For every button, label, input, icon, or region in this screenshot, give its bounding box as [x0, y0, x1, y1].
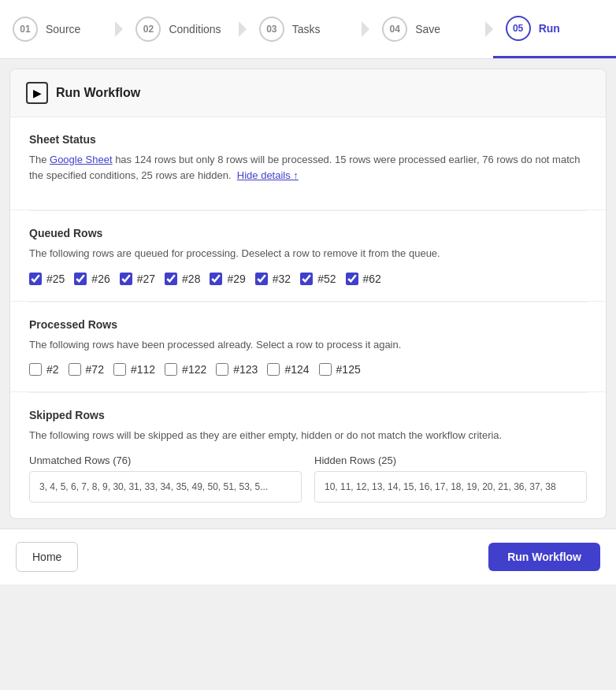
skipped-rows-description: The following rows will be skipped as th…	[29, 428, 587, 443]
queued-row-52[interactable]: #52	[300, 273, 336, 285]
processed-rows-title: Processed Rows	[29, 318, 587, 331]
step-save[interactable]: 04 Save	[369, 0, 492, 58]
step-source[interactable]: 01 Source	[0, 0, 123, 58]
panel-header: ▶ Run Workflow	[10, 69, 606, 117]
step-label-tasks: Tasks	[292, 23, 321, 35]
step-label-save: Save	[415, 23, 440, 35]
queued-row-27[interactable]: #27	[120, 273, 155, 285]
step-run[interactable]: 05 Run	[493, 0, 616, 58]
step-number-source: 01	[13, 17, 38, 42]
processed-checkbox-2[interactable]	[29, 363, 42, 376]
processed-row-122[interactable]: #122	[165, 363, 206, 376]
run-workflow-icon: ▶	[26, 82, 48, 104]
queued-checkbox-52[interactable]	[300, 273, 313, 285]
step-number-save: 04	[382, 17, 407, 42]
processed-checkbox-72[interactable]	[69, 363, 81, 376]
queued-row-26[interactable]: #26	[74, 273, 109, 285]
queued-row-62[interactable]: #62	[346, 273, 381, 285]
hidden-rows-input[interactable]	[314, 471, 587, 503]
sheet-status-title: Sheet Status	[29, 133, 587, 146]
processed-checkbox-124[interactable]	[267, 363, 280, 376]
home-button[interactable]: Home	[16, 542, 78, 572]
step-number-tasks: 03	[259, 17, 284, 42]
processed-row-112[interactable]: #112	[113, 363, 155, 376]
queued-row-25[interactable]: #25	[29, 273, 65, 285]
queued-rows-section: Queued Rows The following rows are queue…	[10, 211, 606, 302]
stepper: 01 Source 02 Conditions 03 Tasks 04 Save…	[0, 0, 616, 59]
processed-checkbox-125[interactable]	[319, 363, 332, 376]
processed-rows-section: Processed Rows The following rows have b…	[10, 302, 606, 393]
unmatched-rows-input[interactable]	[29, 471, 302, 503]
queued-rows-description: The following rows are queued for proces…	[29, 246, 587, 262]
queued-checkbox-28[interactable]	[165, 273, 177, 285]
main-panel: ▶ Run Workflow Sheet Status The Google S…	[9, 69, 607, 519]
step-label-source: Source	[46, 23, 80, 35]
queued-rows-title: Queued Rows	[29, 227, 587, 239]
queued-checkbox-26[interactable]	[74, 273, 87, 285]
queued-row-28[interactable]: #28	[165, 273, 200, 285]
step-label-run: Run	[539, 22, 560, 35]
sheet-status-text-after: has 124 rows but only 8 rows will be pro…	[29, 154, 581, 181]
processed-checkbox-122[interactable]	[165, 363, 177, 376]
skipped-columns: Unmatched Rows (76) Hidden Rows (25)	[29, 454, 587, 503]
queued-checkbox-29[interactable]	[210, 273, 222, 285]
processed-row-2[interactable]: #2	[29, 363, 59, 376]
processed-row-124[interactable]: #124	[267, 363, 309, 376]
hidden-rows-col: Hidden Rows (25)	[314, 454, 587, 503]
step-conditions[interactable]: 02 Conditions	[123, 0, 246, 58]
queued-checkbox-27[interactable]	[120, 273, 132, 285]
step-number-run: 05	[506, 16, 531, 41]
hidden-rows-label: Hidden Rows (25)	[314, 454, 587, 466]
unmatched-rows-label: Unmatched Rows (76)	[29, 454, 302, 466]
sheet-status-section: Sheet Status The Google Sheet has 124 ro…	[10, 117, 606, 210]
processed-rows-list: #2 #72 #112 #122 #123 #124 #125	[29, 363, 587, 376]
skipped-rows-title: Skipped Rows	[29, 409, 587, 421]
queued-checkbox-62[interactable]	[346, 273, 358, 285]
processed-checkbox-112[interactable]	[113, 363, 126, 376]
queued-checkbox-25[interactable]	[29, 273, 42, 285]
queued-checkbox-32[interactable]	[255, 273, 268, 285]
panel-title: Run Workflow	[56, 86, 140, 100]
sheet-status-text-before: The	[29, 154, 50, 165]
footer: Home Run Workflow	[0, 529, 616, 584]
run-workflow-button[interactable]: Run Workflow	[488, 543, 600, 571]
skipped-rows-section: Skipped Rows The following rows will be …	[10, 393, 606, 518]
step-tasks[interactable]: 03 Tasks	[247, 0, 369, 58]
processed-rows-description: The following rows have been processed a…	[29, 337, 587, 353]
queued-rows-list: #25 #26 #27 #28 #29 #32 #52 #62	[29, 273, 587, 285]
processed-checkbox-123[interactable]	[216, 363, 228, 376]
unmatched-rows-col: Unmatched Rows (76)	[29, 454, 302, 503]
step-number-conditions: 02	[135, 17, 161, 42]
sheet-status-description: The Google Sheet has 124 rows but only 8…	[29, 152, 587, 183]
processed-row-125[interactable]: #125	[319, 363, 361, 376]
hide-details-link[interactable]: Hide details ↑	[237, 169, 299, 181]
queued-row-32[interactable]: #32	[255, 273, 291, 285]
google-sheet-link[interactable]: Google Sheet	[50, 154, 113, 165]
queued-row-29[interactable]: #29	[210, 273, 245, 285]
processed-row-123[interactable]: #123	[216, 363, 258, 376]
step-label-conditions: Conditions	[169, 23, 221, 35]
processed-row-72[interactable]: #72	[69, 363, 104, 376]
